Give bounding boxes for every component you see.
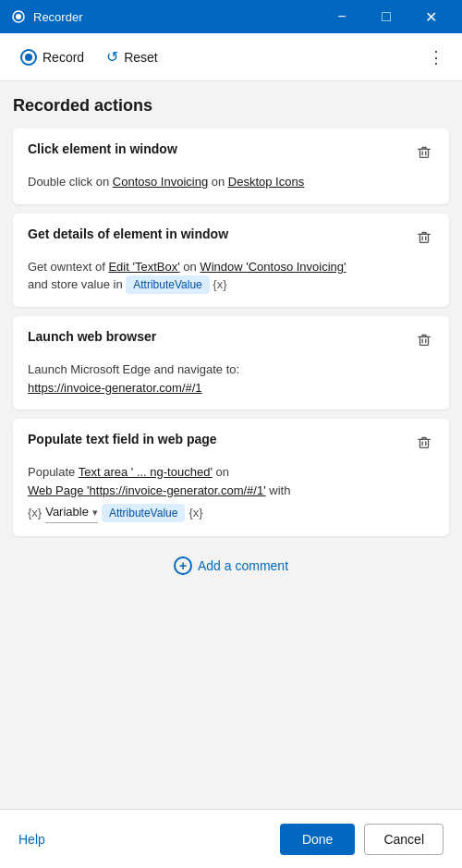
card-3-header: Launch web browser — [28, 329, 436, 353]
card-2-text-2: on — [180, 260, 201, 274]
delete-action-3-button[interactable] — [412, 329, 436, 353]
action-card-4: Populate text field in web page Populate… — [13, 419, 449, 536]
record-button[interactable]: Record — [11, 43, 93, 71]
card-3-text-1: Launch Microsoft Edge and navigate to: — [28, 362, 239, 376]
delete-action-1-button[interactable] — [412, 141, 436, 165]
card-2-text-1: Get owntext of — [28, 260, 108, 274]
done-button[interactable]: Done — [280, 824, 355, 855]
svg-point-1 — [16, 14, 21, 19]
add-comment-button[interactable]: + Add a comment — [13, 545, 449, 586]
card-1-body: Double click on Contoso Invoicing on Des… — [28, 173, 436, 191]
help-link[interactable]: Help — [18, 832, 45, 847]
card-2-variable-chip: AttributeValue — [126, 275, 210, 294]
action-card-1: Click element in window Double click on … — [13, 128, 449, 204]
more-options-button[interactable]: ⋮ — [421, 43, 451, 72]
maximize-button[interactable]: □ — [366, 0, 407, 33]
close-button[interactable]: ✕ — [410, 0, 451, 33]
cancel-button[interactable]: Cancel — [364, 824, 444, 855]
card-1-text-mid: on — [208, 175, 228, 189]
reset-icon: ↺ — [106, 48, 118, 66]
card-4-variable-label: Variable — [45, 503, 89, 521]
card-1-link-2: Desktop Icons — [228, 175, 304, 189]
svg-rect-11 — [420, 439, 429, 447]
footer-buttons: Done Cancel — [280, 824, 444, 855]
card-3-body: Launch Microsoft Edge and navigate to: h… — [28, 361, 436, 397]
card-2-link-2: Window 'Contoso Invoicing' — [200, 260, 346, 274]
svg-rect-8 — [420, 336, 429, 345]
action-card-2: Get details of element in window Get own… — [13, 214, 449, 308]
card-2-header: Get details of element in window — [28, 226, 436, 251]
card-4-curly-close: {x} — [188, 504, 202, 522]
card-4-curly-open: {x} — [28, 504, 42, 522]
card-4-text-2: on — [213, 465, 229, 479]
card-4-link-1: Text area ' ... ng-touched' — [79, 465, 213, 479]
action-card-3: Launch web browser Launch Microsoft Edge… — [13, 316, 449, 410]
card-4-attribute-chip: AttributeValue — [102, 504, 186, 522]
delete-action-2-button[interactable] — [412, 226, 436, 251]
add-comment-label: Add a comment — [198, 558, 288, 573]
title-bar-title: Recorder — [33, 10, 82, 24]
card-4-text-3: with — [266, 483, 291, 497]
reset-button[interactable]: ↺ Reset — [97, 43, 167, 71]
record-circle-icon — [20, 49, 37, 66]
delete-action-4-button[interactable] — [412, 432, 436, 456]
card-3-title: Launch web browser — [28, 329, 156, 344]
footer: Help Done Cancel — [0, 809, 462, 868]
minimize-button[interactable]: − — [322, 0, 362, 33]
card-4-variable-row: {x} Variable ▾ AttributeValue {x} — [28, 503, 436, 523]
card-2-title: Get details of element in window — [28, 226, 228, 241]
title-bar-left: Recorder — [11, 9, 82, 24]
svg-rect-5 — [420, 234, 429, 242]
main-content: Recorded actions Click element in window… — [0, 81, 462, 809]
card-2-link-1: Edit 'TextBox' — [108, 260, 179, 274]
record-label: Record — [43, 50, 84, 65]
toolbar: Record ↺ Reset ⋮ — [0, 33, 462, 81]
card-1-text-pre: Double click on — [28, 175, 113, 189]
recorder-icon — [11, 9, 26, 24]
reset-label: Reset — [124, 50, 158, 65]
add-comment-icon: + — [174, 556, 192, 575]
card-4-body: Populate Text area ' ... ng-touched' on … — [28, 463, 436, 523]
card-4-header: Populate text field in web page — [28, 432, 436, 456]
card-1-link-1: Contoso Invoicing — [113, 175, 208, 189]
card-3-link: https://invoice-generator.com/#/1 — [28, 381, 202, 395]
card-4-variable-dropdown[interactable]: Variable ▾ — [45, 503, 98, 523]
card-4-title: Populate text field in web page — [28, 432, 217, 446]
card-1-header: Click element in window — [28, 141, 436, 165]
record-dot-icon — [25, 54, 32, 61]
chevron-down-icon: ▾ — [92, 505, 98, 520]
svg-rect-2 — [420, 149, 429, 157]
title-bar-controls: − □ ✕ — [322, 0, 451, 33]
card-1-title: Click element in window — [28, 141, 177, 156]
section-title: Recorded actions — [13, 96, 449, 116]
card-2-text-3: and store value in — [28, 277, 126, 291]
card-4-text-1: Populate — [28, 465, 79, 479]
title-bar: Recorder − □ ✕ — [0, 0, 462, 33]
card-2-body: Get owntext of Edit 'TextBox' on Window … — [28, 258, 436, 295]
card-4-link-2: Web Page 'https://invoice-generator.com/… — [28, 483, 266, 497]
card-2-curly: {x} — [213, 277, 226, 291]
